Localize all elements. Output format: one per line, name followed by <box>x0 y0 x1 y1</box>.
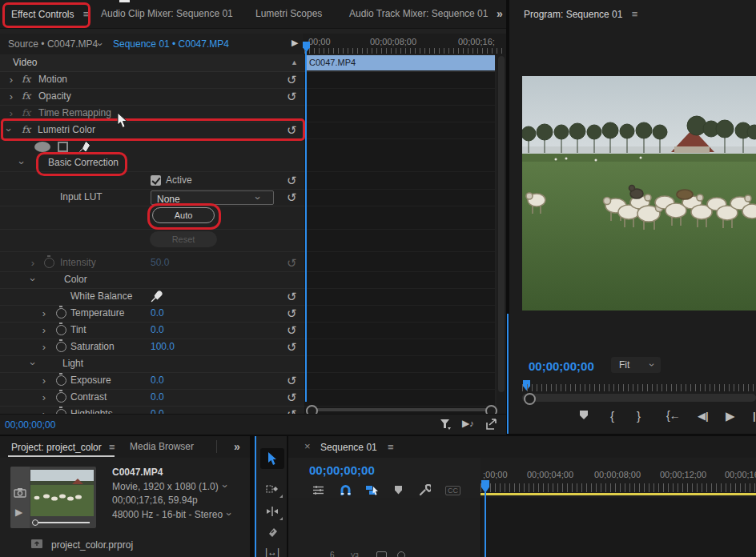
close-tab-icon[interactable]: × <box>304 440 311 452</box>
ripple-edit-tool[interactable] <box>260 501 284 522</box>
pen-mask-icon[interactable] <box>78 141 90 153</box>
auto-button[interactable]: Auto <box>152 207 215 223</box>
expand-chevron-icon[interactable]: › <box>40 372 48 389</box>
expand-chevron-icon[interactable]: › <box>7 105 15 122</box>
reset-icon[interactable]: ↺ <box>287 305 297 322</box>
expand-chevron-icon[interactable]: › <box>7 71 15 88</box>
panel-menu-icon[interactable]: ≡ <box>632 8 638 20</box>
stopwatch-icon[interactable] <box>56 375 66 386</box>
collapse-section-icon[interactable]: ▲ <box>291 54 298 71</box>
effect-row-opacity[interactable]: › fx Opacity ↺ <box>0 88 495 106</box>
reset-icon[interactable]: ↺ <box>287 406 297 414</box>
rect-mask-icon[interactable] <box>58 142 68 152</box>
step-forward-icon-clipped[interactable]: | <box>753 410 756 422</box>
clip-bar[interactable]: C0047.MP4 <box>305 55 495 70</box>
project-file-row[interactable]: project_color.prproj <box>0 537 250 553</box>
mark-out-icon[interactable]: } <box>637 409 641 423</box>
project-file-name[interactable]: project_color.prproj <box>51 539 133 551</box>
camera-icon[interactable] <box>14 487 26 498</box>
tab-effect-controls[interactable]: Effect Controls ≡ <box>11 8 89 20</box>
panel-menu-icon[interactable]: ≡ <box>83 8 90 20</box>
scrollbar-knob[interactable] <box>524 393 536 405</box>
reset-icon[interactable]: ↺ <box>287 339 297 355</box>
reset-icon[interactable]: ↺ <box>287 288 297 305</box>
input-lut-select[interactable]: None › <box>151 190 274 205</box>
source-clip-label[interactable]: Source • C0047.MP4 <box>8 38 98 50</box>
effect-row-time-remapping[interactable]: › fx Time Remapping <box>0 105 495 122</box>
timeline-settings-icon[interactable] <box>312 485 324 495</box>
effect-row-lumetri-color[interactable]: › fx Lumetri Color ↺ <box>0 122 495 139</box>
tab-sequence[interactable]: Sequence 01 ≡ <box>320 441 394 453</box>
collapse-chevron-icon[interactable]: › <box>25 276 42 284</box>
timeline-marker-icon[interactable] <box>393 485 404 495</box>
sequence-clip-label[interactable]: Sequence 01 • C0047.MP4 <box>113 38 229 50</box>
scrubber-knob[interactable] <box>32 519 38 526</box>
filter-properties-icon[interactable] <box>439 418 452 431</box>
play-audio-only-icon[interactable]: ▶♪ <box>462 418 474 429</box>
param-value[interactable]: 0.0 <box>151 322 164 339</box>
expand-chevron-icon[interactable]: › <box>40 406 48 414</box>
meta-chevron-icon[interactable]: › <box>219 483 231 491</box>
tab-lumetri-scopes[interactable]: Lumetri Scopes <box>255 8 322 19</box>
ec-mini-ruler[interactable]: 00;00 00;00;08;00 00;00;16; <box>303 34 506 55</box>
program-ruler-ticks[interactable] <box>522 384 756 391</box>
fx-badge-icon[interactable]: fx <box>22 88 30 105</box>
collapse-chevron-icon[interactable]: › <box>1 126 18 134</box>
expand-chevron-icon[interactable]: › <box>40 322 48 339</box>
clip-title[interactable]: C0047.MP4 <box>112 467 248 478</box>
stopwatch-icon[interactable] <box>56 325 66 335</box>
track-area[interactable] <box>481 498 756 557</box>
reset-icon[interactable]: ↺ <box>287 372 297 389</box>
linked-selection-icon[interactable] <box>365 484 379 496</box>
ec-status-timecode[interactable]: 00;00;00;00 <box>5 419 55 431</box>
ellipse-mask-icon[interactable] <box>34 142 50 152</box>
reset-icon[interactable]: ↺ <box>287 122 297 138</box>
mark-in-icon[interactable]: { <box>610 409 614 423</box>
bin-up-icon[interactable] <box>30 538 43 549</box>
fx-badge-icon[interactable]: fx <box>22 122 30 138</box>
tab-program[interactable]: Program: Sequence 01 ≡ <box>524 8 637 20</box>
reset-button[interactable]: Reset <box>150 231 217 247</box>
expand-chevron-icon[interactable]: › <box>40 339 48 355</box>
wrench-icon[interactable] <box>419 484 431 496</box>
reset-icon[interactable]: ↺ <box>287 172 297 189</box>
stopwatch-icon[interactable] <box>56 342 66 352</box>
param-value[interactable]: 0.0 <box>151 389 164 406</box>
basic-correction-row[interactable]: › Basic Correction <box>0 154 495 172</box>
program-video-frame[interactable] <box>522 76 756 311</box>
expand-chevron-icon[interactable]: › <box>40 305 48 322</box>
param-value[interactable]: 100.0 <box>151 339 175 355</box>
reset-icon[interactable]: ↺ <box>287 88 297 105</box>
program-timecode[interactable]: 00;00;00;00 <box>529 359 594 373</box>
param-value[interactable]: 0.0 <box>151 305 164 322</box>
clip-preview[interactable]: ▶ <box>10 467 96 528</box>
ec-vertical-scrollbar[interactable] <box>497 54 506 414</box>
reset-icon[interactable]: ↺ <box>287 71 297 88</box>
reset-icon[interactable]: ↺ <box>287 322 297 339</box>
reset-icon[interactable]: ↺ <box>287 189 297 206</box>
add-marker-icon[interactable] <box>578 410 589 421</box>
light-group-row[interactable]: › Light <box>0 355 495 373</box>
active-checkbox[interactable] <box>151 175 161 186</box>
export-frame-icon[interactable] <box>485 418 498 431</box>
tab-overflow-icon[interactable]: » <box>234 440 240 453</box>
snap-magnet-icon[interactable] <box>340 484 352 496</box>
program-scrollbar[interactable] <box>522 394 756 402</box>
play-button-icon[interactable]: ▶ <box>726 409 735 423</box>
color-group-row[interactable]: › Color <box>0 271 495 289</box>
eyedropper-icon[interactable] <box>151 291 163 303</box>
preview-scrubber[interactable] <box>30 519 94 526</box>
tab-media-browser[interactable]: Media Browser <box>130 441 194 452</box>
param-value[interactable]: 0.0 <box>151 406 164 414</box>
timeline-ruler[interactable]: ;00;00 00;00;04;00 00;00;08;00 00;00;12;… <box>481 458 756 498</box>
reset-icon[interactable]: ↺ <box>287 389 297 406</box>
zoom-level-select[interactable]: Fit › <box>611 357 661 373</box>
panel-menu-icon[interactable]: ≡ <box>109 441 115 453</box>
step-back-icon[interactable]: ◀| <box>698 410 709 422</box>
tab-overflow-icon[interactable]: » <box>497 7 503 20</box>
go-to-in-icon[interactable]: {← <box>666 409 681 422</box>
expand-chevron-icon[interactable]: › <box>7 88 15 105</box>
collapse-chevron-icon[interactable]: › <box>14 159 30 167</box>
slip-tool[interactable]: |↔| <box>260 542 284 557</box>
chevron-down-icon[interactable]: › <box>94 41 107 49</box>
